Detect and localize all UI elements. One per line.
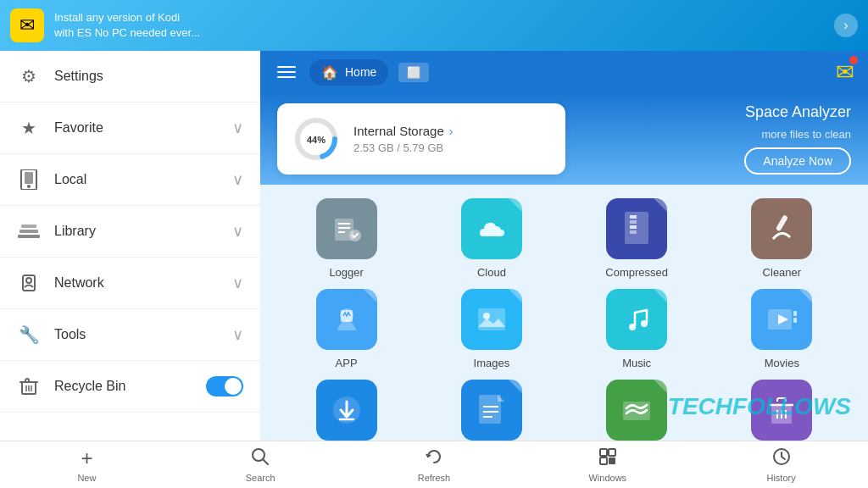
storage-name: Internal Storage › — [353, 124, 453, 138]
sidebar-item-library[interactable]: Library ∨ — [0, 206, 260, 258]
svg-point-2 — [27, 185, 31, 188]
favorite-arrow-icon: ∨ — [232, 119, 243, 137]
svg-point-29 — [483, 313, 490, 319]
app-item-logger[interactable]: Logger — [281, 198, 412, 279]
search-button[interactable]: Search — [174, 441, 348, 488]
svg-rect-1 — [25, 172, 33, 184]
breadcrumb-item[interactable]: ⬜ — [398, 63, 429, 82]
sidebar-item-tools[interactable]: 🔧 Tools ∨ — [0, 309, 260, 361]
compressed-label: Compressed — [605, 266, 668, 279]
app-icon-item — [316, 289, 377, 350]
refresh-label: Refresh — [418, 473, 451, 483]
svg-rect-35 — [793, 318, 797, 323]
local-arrow-icon: ∨ — [232, 170, 243, 189]
app-item-music[interactable]: Music — [571, 289, 703, 369]
svg-point-31 — [641, 320, 648, 327]
app-label: APP — [336, 357, 358, 369]
refresh-icon — [425, 447, 443, 470]
svg-rect-28 — [478, 308, 505, 330]
new-button[interactable]: + New — [0, 441, 174, 488]
sidebar-label-tools: Tools — [54, 327, 232, 342]
sidebar-item-recycle-bin[interactable]: Recycle Bin — [0, 361, 260, 413]
home-button[interactable]: 🏠 Home — [309, 59, 388, 86]
sidebar-item-local[interactable]: Local ∨ — [0, 154, 260, 206]
svg-rect-52 — [600, 458, 607, 464]
svg-rect-5 — [21, 225, 36, 228]
mail-button[interactable]: ✉ — [836, 59, 854, 86]
app-item-documents[interactable]: Documents — [426, 380, 557, 441]
app-item-movies[interactable]: Movies — [716, 289, 848, 369]
storage-donut-chart: 44% — [292, 115, 340, 163]
ad-arrow-btn[interactable]: › — [834, 14, 858, 37]
movies-label: Movies — [765, 357, 799, 369]
recycle-bin-grid-icon — [751, 380, 812, 441]
tools-arrow-icon: ∨ — [232, 325, 243, 344]
mail-badge — [849, 56, 858, 64]
app-item-cleaner[interactable]: Cleaner — [716, 198, 848, 279]
home-icon: 🏠 — [321, 64, 338, 80]
svg-rect-51 — [609, 449, 615, 456]
ad-banner[interactable]: ✉ Install any version of Kodi with ES No… — [0, 0, 868, 51]
search-label: Search — [246, 473, 275, 483]
windows-icon — [598, 447, 617, 470]
menu-button[interactable] — [274, 63, 299, 81]
app-item-network-grid[interactable]: Network — [571, 380, 703, 441]
sidebar-label-recycle-bin: Recycle Bin — [54, 379, 206, 394]
space-section: 44% Internal Storage › 2.53 GB / 5.79 GB… — [260, 93, 868, 185]
sidebar-item-network[interactable]: Network ∨ — [0, 258, 260, 309]
svg-rect-4 — [19, 230, 38, 233]
sidebar-label-local: Local — [54, 172, 232, 187]
app-item-images[interactable]: Images — [426, 289, 557, 369]
storage-size: 2.53 GB / 5.79 GB — [353, 141, 453, 154]
sidebar-item-favorite[interactable]: ★ Favorite ∨ — [0, 103, 260, 154]
app-grid: Logger Cloud — [260, 185, 868, 441]
space-analyzer-section: Space Analyzer more files to clean Analy… — [582, 103, 851, 175]
svg-rect-34 — [793, 311, 797, 316]
refresh-button[interactable]: Refresh — [348, 441, 521, 488]
main-layout: ⚙ Settings ★ Favorite ∨ Local ∨ — [0, 51, 868, 441]
app-item-recycle-bin-grid[interactable]: Recycle Bin — [716, 380, 848, 441]
svg-rect-50 — [600, 449, 607, 456]
app-item-downloader[interactable]: Downloader — [281, 380, 412, 441]
logger-label: Logger — [329, 266, 363, 279]
sidebar: ⚙ Settings ★ Favorite ∨ Local ∨ — [0, 51, 260, 441]
downloader-icon — [316, 380, 377, 441]
history-icon — [772, 447, 791, 470]
logger-icon — [316, 198, 377, 259]
svg-point-30 — [629, 324, 636, 330]
home-label: Home — [345, 65, 376, 79]
local-icon — [17, 168, 41, 191]
space-analyzer-title: Space Analyzer — [745, 103, 851, 121]
sidebar-label-network: Network — [54, 275, 232, 291]
app-item-app[interactable]: APP — [281, 289, 412, 369]
library-arrow-icon: ∨ — [232, 222, 243, 241]
bottom-bar: + New Search Refresh W — [0, 441, 868, 488]
library-icon — [17, 219, 41, 243]
ad-text: Install any version of Kodi with ES No P… — [54, 10, 834, 41]
storage-card[interactable]: 44% Internal Storage › 2.53 GB / 5.79 GB — [277, 103, 565, 175]
movies-icon — [751, 289, 812, 350]
new-label: New — [77, 473, 96, 483]
storage-info: Internal Storage › 2.53 GB / 5.79 GB — [353, 124, 453, 154]
svg-point-7 — [26, 278, 31, 283]
content-area: 🏠 Home ⬜ ✉ 44% Internal Storage — [260, 51, 868, 441]
images-label: Images — [474, 357, 510, 369]
images-icon — [461, 289, 522, 350]
ad-icon: ✉ — [10, 8, 44, 42]
app-item-cloud[interactable]: Cloud — [426, 198, 557, 279]
tools-icon: 🔧 — [17, 323, 41, 347]
analyze-now-button[interactable]: Analyze Now — [744, 147, 851, 175]
cleaner-label: Cleaner — [763, 266, 802, 279]
sidebar-item-settings[interactable]: ⚙ Settings — [0, 51, 260, 103]
recycle-bin-icon — [17, 374, 41, 398]
windows-button[interactable]: Windows — [520, 441, 694, 488]
new-icon: + — [81, 446, 92, 470]
network-grid-icon — [606, 380, 667, 441]
svg-rect-23 — [630, 225, 637, 229]
history-button[interactable]: History — [694, 441, 868, 488]
sidebar-label-settings: Settings — [54, 69, 243, 84]
nav-bar: 🏠 Home ⬜ ✉ — [260, 51, 868, 93]
recycle-bin-toggle[interactable] — [206, 376, 243, 396]
app-item-compressed[interactable]: Compressed — [571, 198, 703, 279]
svg-rect-3 — [18, 235, 40, 238]
